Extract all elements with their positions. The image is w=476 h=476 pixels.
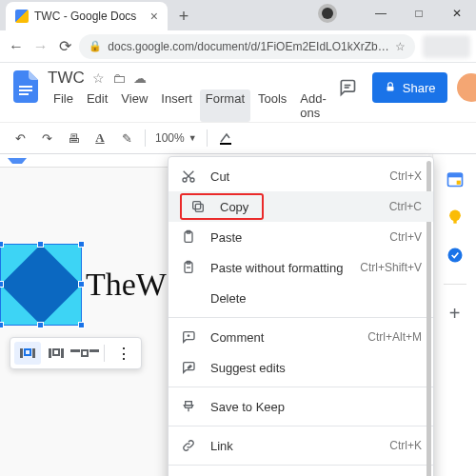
forward-button[interactable]: → xyxy=(30,34,51,59)
calendar-addon-icon[interactable] xyxy=(446,169,465,188)
svg-rect-10 xyxy=(193,202,201,209)
resize-handle-nw[interactable] xyxy=(0,241,4,248)
docs-logo-icon[interactable] xyxy=(13,69,38,105)
context-copy[interactable]: Copy xyxy=(180,193,264,220)
context-paste-plain[interactable]: Paste without formatting Ctrl+Shift+V xyxy=(169,252,433,283)
undo-button[interactable]: ↶ xyxy=(8,126,32,150)
docs-toolbar: ↶ ↷ 🖶 A ✎ 100% ▼ xyxy=(0,122,476,154)
docs-favicon xyxy=(15,10,29,23)
menu-edit[interactable]: Edit xyxy=(81,89,113,122)
extension-area xyxy=(423,35,470,58)
paste-icon xyxy=(180,228,197,246)
redo-button[interactable]: ↷ xyxy=(34,126,59,150)
new-tab-button[interactable]: + xyxy=(171,4,196,29)
open-comments-button[interactable] xyxy=(332,72,363,103)
svg-point-7 xyxy=(183,178,187,182)
menu-file[interactable]: File xyxy=(48,89,79,122)
resize-handle-ne[interactable] xyxy=(78,241,85,248)
menu-tools[interactable]: Tools xyxy=(252,89,292,122)
blank-icon xyxy=(180,289,197,307)
paint-format-button[interactable]: ✎ xyxy=(114,126,139,150)
add-addon-button[interactable]: + xyxy=(446,304,465,323)
paste-plain-icon xyxy=(180,259,197,276)
context-save-keep[interactable]: Save to Keep xyxy=(169,391,433,422)
tab-title: TWC - Google Docs xyxy=(34,10,136,23)
svg-rect-6 xyxy=(220,143,231,145)
resize-handle-n[interactable] xyxy=(37,241,44,248)
cloud-status-icon[interactable]: ☁ xyxy=(133,70,147,86)
menu-view[interactable]: View xyxy=(115,89,153,122)
svg-rect-1 xyxy=(19,89,32,91)
resize-handle-sw[interactable] xyxy=(0,322,4,328)
browser-address-bar: ← → ⟳ 🔒 docs.google.com/document/d/1FiOE… xyxy=(0,30,476,63)
maximize-button[interactable]: □ xyxy=(400,0,438,27)
svg-rect-0 xyxy=(19,86,32,88)
tasks-addon-icon[interactable] xyxy=(446,246,465,265)
document-text: TheW xyxy=(86,267,167,303)
wrap-text-button[interactable] xyxy=(43,342,69,365)
browser-titlebar: TWC - Google Docs × + — □ ✕ xyxy=(0,0,476,30)
separator xyxy=(444,284,466,285)
share-button[interactable]: Share xyxy=(372,72,447,103)
side-panel: + xyxy=(432,154,476,476)
close-window-button[interactable]: ✕ xyxy=(438,0,476,27)
toolbar-separator xyxy=(145,129,146,147)
svg-rect-22 xyxy=(456,181,460,185)
browser-tab[interactable]: TWC - Google Docs × xyxy=(6,2,168,30)
selected-image[interactable]: TheW xyxy=(0,244,167,326)
menu-separator xyxy=(169,465,433,466)
suggest-icon xyxy=(180,359,197,376)
share-label: Share xyxy=(403,81,436,95)
context-cut[interactable]: Cut Ctrl+X xyxy=(169,161,433,191)
comment-icon xyxy=(180,328,197,346)
menu-format[interactable]: Format xyxy=(200,89,250,122)
context-suggest[interactable]: Suggest edits xyxy=(169,352,433,383)
separator xyxy=(104,345,105,362)
spellcheck-button[interactable]: A xyxy=(88,126,112,150)
svg-rect-21 xyxy=(447,173,462,177)
copy-icon xyxy=(189,198,207,215)
close-tab-icon[interactable]: × xyxy=(150,9,158,24)
context-paste[interactable]: Paste Ctrl+V xyxy=(169,222,433,252)
image-content xyxy=(1,245,81,325)
print-button[interactable]: 🖶 xyxy=(61,126,86,150)
context-link[interactable]: Link Ctrl+K xyxy=(169,430,433,461)
omnibox[interactable]: 🔒 docs.google.com/document/d/1FiOEm2EIdL… xyxy=(79,34,414,59)
docs-header: TWC ☆ 🗀 ☁ File Edit View Insert Format T… xyxy=(0,63,476,122)
menu-insert[interactable]: Insert xyxy=(155,89,198,122)
bookmark-star-icon[interactable]: ☆ xyxy=(395,40,406,53)
link-icon xyxy=(180,437,197,454)
resize-handle-se[interactable] xyxy=(78,322,85,328)
url-text: docs.google.com/document/d/1FiOEm2EIdLO1… xyxy=(108,40,388,53)
break-text-button[interactable] xyxy=(71,342,98,365)
image-layout-toolbar: ⋮ xyxy=(10,337,142,369)
zoom-select[interactable]: 100% ▼ xyxy=(151,131,201,145)
star-document-icon[interactable]: ☆ xyxy=(92,70,105,86)
lock-icon: 🔒 xyxy=(89,40,102,52)
account-avatar[interactable] xyxy=(457,73,476,102)
context-comment[interactable]: Comment Ctrl+Alt+M xyxy=(169,322,433,352)
svg-point-25 xyxy=(447,248,462,263)
keep-addon-icon[interactable] xyxy=(446,208,465,227)
inline-wrap-button[interactable] xyxy=(14,342,41,365)
recording-indicator-icon xyxy=(322,8,333,19)
document-title[interactable]: TWC xyxy=(48,69,85,88)
context-delete[interactable]: Delete xyxy=(169,283,433,313)
context-landscape[interactable]: Change page to landscape xyxy=(169,469,433,476)
resize-handle-e[interactable] xyxy=(78,281,85,288)
image-border-color-button[interactable] xyxy=(213,126,238,150)
svg-rect-9 xyxy=(195,204,203,211)
header-right-tools: Share xyxy=(332,72,476,103)
minimize-button[interactable]: — xyxy=(362,0,400,27)
reload-button[interactable]: ⟳ xyxy=(55,34,76,59)
svg-rect-24 xyxy=(453,220,456,223)
resize-handle-w[interactable] xyxy=(0,281,4,288)
menu-addons[interactable]: Add-ons xyxy=(294,89,331,122)
back-button[interactable]: ← xyxy=(6,34,27,59)
more-image-options-button[interactable]: ⋮ xyxy=(110,342,137,365)
resize-handle-s[interactable] xyxy=(37,322,44,328)
svg-point-8 xyxy=(190,178,194,182)
move-document-icon[interactable]: 🗀 xyxy=(112,70,126,86)
context-copy-row[interactable]: Copy Ctrl+C xyxy=(169,191,433,222)
menu-separator xyxy=(169,387,433,387)
